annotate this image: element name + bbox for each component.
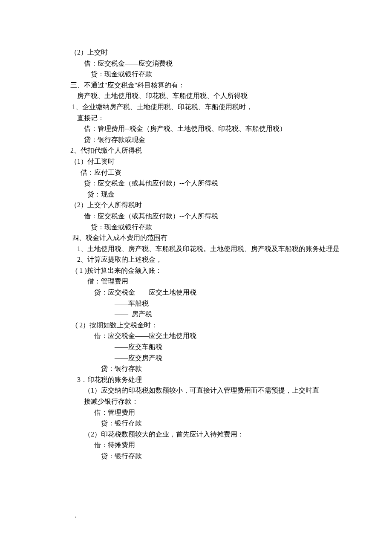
text-line: 借：应交税金――应交土地使用税 xyxy=(70,330,322,341)
text-line: ―― 房产税 xyxy=(70,309,322,320)
text-line: （1）应交纳的印花税如数额较小，可直接计入管理费用而不需预提，上交时直 xyxy=(70,385,322,396)
text-line: 3．印花税的账务处理 xyxy=(70,374,322,385)
text-line: 贷：现金或银行存款 xyxy=(70,222,322,233)
text-line: 借：应交税金（或其他应付款）--个人所得税 xyxy=(70,211,322,222)
text-line: 贷：现金 xyxy=(70,189,322,200)
text-line: 借：管理费用 xyxy=(70,276,322,287)
text-line: 接减少银行存款： xyxy=(70,396,322,407)
text-line: 直接记： xyxy=(70,113,322,124)
text-line: 借：管理费用--税金（房产税、土地使用税、印花税、车船使用税） xyxy=(70,123,322,134)
text-line: 贷：银行存款 xyxy=(70,451,322,462)
text-line: 三、不通过"应交税金"科目核算的有： xyxy=(70,80,322,91)
text-line: 2、计算应提取的上述税金， xyxy=(70,254,322,265)
text-line: ( 2）按期如数上交税金时： xyxy=(70,320,322,331)
text-line: ( 1 )按计算出来的金额入账： xyxy=(70,265,322,276)
text-line: 2、代扣代缴个人所得税 xyxy=(70,145,322,156)
text-line: 贷：现金或银行存款 xyxy=(70,69,322,80)
text-line: ――车船税 xyxy=(70,298,322,309)
text-line: 贷：银行存款 xyxy=(70,363,322,374)
text-line: 贷：应交税金（或其他应付款）--个人所得税 xyxy=(70,178,322,189)
text-line: 借：待摊费用 xyxy=(70,439,322,451)
text-line: （2）上交时 xyxy=(70,47,322,58)
text-line: 借：管理费用 xyxy=(70,407,322,418)
text-line: 贷：银行存款或现金 xyxy=(70,134,322,145)
document-body: （2）上交时 借：应交税金——应交消费税 贷：现金或银行存款 三、不通过"应交税… xyxy=(70,47,322,462)
footer-marker: . xyxy=(75,510,76,521)
text-line: 房产税、土地使用税、印花税、车船使用税、个人所得税 xyxy=(70,90,322,101)
text-line: 借：应付工资 xyxy=(70,167,322,178)
text-line: 1、土地使用税、房产税、车船税及印花税。土地使用税、房产税及车船税的账务处理是 xyxy=(70,243,322,254)
text-line: （1）付工资时 xyxy=(70,156,322,167)
document-page: （2）上交时 借：应交税金——应交消费税 贷：现金或银行存款 三、不通过"应交税… xyxy=(0,0,392,555)
text-line: 贷：银行存款 xyxy=(70,418,322,429)
text-line: 借：应交税金——应交消费税 xyxy=(70,58,322,69)
text-line: 贷：应交税金――应交土地使用税 xyxy=(70,287,322,298)
text-line: ――应交房产税 xyxy=(70,353,322,364)
text-line: ――应交车船税 xyxy=(70,341,322,353)
text-line: （2）印花税数额较大的企业，首先应计入待摊费用： xyxy=(70,429,322,440)
text-line: 四、税金计入成本费用的范围有 xyxy=(70,232,322,243)
text-line: 1、企业缴纳房产税、土地使用税、印花税、车船使用税时， xyxy=(70,101,322,113)
text-line: （2）上交个人所得税时 xyxy=(70,199,322,211)
